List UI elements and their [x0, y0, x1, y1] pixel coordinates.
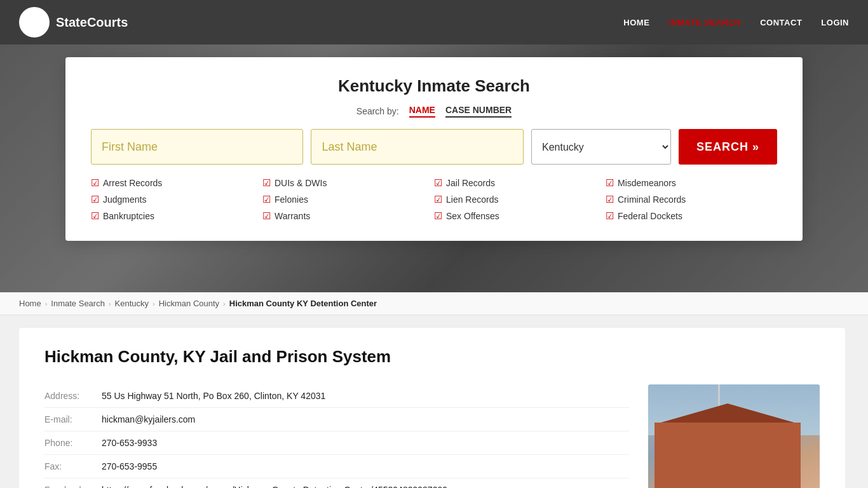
checklist-col-1: ☑ Arrest Records ☑ Judgments ☑ Bankruptc…: [91, 177, 262, 222]
check-lien-records: ☑ Lien Records: [434, 194, 606, 205]
nav-inmate-search[interactable]: INMATE SEARCH: [668, 18, 741, 27]
facility-photo: [648, 384, 820, 488]
hero-section: COURTHOUSE Kentucky Inmate Search Search…: [0, 44, 868, 292]
facility-title: Hickman County, KY Jail and Prison Syste…: [44, 347, 820, 367]
nav-login[interactable]: LOGIN: [821, 18, 849, 27]
checkmark-icon-6: ☑: [262, 210, 271, 222]
building-body: [654, 423, 801, 488]
breadcrumb-hickman-county[interactable]: Hickman County: [159, 299, 219, 308]
check-judgments: ☑ Judgments: [91, 194, 262, 205]
phone-value: 270-653-9933: [102, 438, 157, 448]
check-label: Felonies: [275, 194, 308, 205]
navbar: 🏛 StateCourts HOME INMATE SEARCH CONTACT…: [0, 0, 868, 44]
fax-row: Fax: 270-653-9955: [44, 455, 629, 478]
nav-contact[interactable]: CONTACT: [760, 18, 802, 27]
check-federal-dockets: ☑ Federal Dockets: [606, 210, 777, 222]
fax-label: Fax:: [44, 461, 102, 471]
check-jail-records: ☑ Jail Records: [434, 177, 606, 189]
checkmark-icon-12: ☑: [606, 210, 614, 222]
phone-row: Phone: 270-653-9933: [44, 431, 629, 455]
check-label: Lien Records: [446, 194, 499, 205]
checkmark-icon-1: ☑: [91, 177, 99, 189]
checklist-col-4: ☑ Misdemeanors ☑ Criminal Records ☑ Fede…: [606, 177, 777, 222]
facebook-row: Facebook: https://www.facebook.com/pages…: [44, 478, 629, 488]
site-logo[interactable]: 🏛 StateCourts: [19, 7, 128, 37]
facility-body: Address: 55 Us Highway 51 North, Po Box …: [44, 384, 820, 488]
search-inputs-row: Kentucky Alabama Alaska Arizona SEARCH »: [91, 129, 777, 165]
search-card: Kentucky Inmate Search Search by: NAME C…: [65, 57, 803, 241]
email-value[interactable]: hickman@kyjailers.com: [102, 414, 195, 424]
checkmark-icon-5: ☑: [262, 194, 271, 205]
email-label: E-mail:: [44, 414, 102, 424]
checkmark-icon-7: ☑: [434, 177, 442, 189]
logo-icon: 🏛: [19, 7, 50, 37]
check-criminal-records: ☑ Criminal Records: [606, 194, 777, 205]
check-warrants: ☑ Warrants: [262, 210, 434, 222]
checkmark-icon-11: ☑: [606, 194, 614, 205]
checklist-col-2: ☑ DUIs & DWIs ☑ Felonies ☑ Warrants: [262, 177, 434, 222]
phone-label: Phone:: [44, 438, 102, 448]
check-label: Warrants: [275, 211, 310, 221]
nav-home[interactable]: HOME: [623, 18, 649, 27]
checkmark-icon-9: ☑: [434, 210, 442, 222]
search-card-title: Kentucky Inmate Search: [91, 76, 777, 96]
check-label: Judgments: [103, 194, 146, 205]
breadcrumb-sep-4: ›: [223, 300, 226, 308]
check-label: DUIs & DWIs: [275, 178, 327, 188]
logo-text: StateCourts: [56, 15, 128, 30]
state-select[interactable]: Kentucky Alabama Alaska Arizona: [531, 129, 671, 165]
breadcrumb-sep-1: ›: [45, 300, 48, 308]
first-name-input[interactable]: [91, 129, 303, 165]
facebook-label: Facebook:: [44, 485, 102, 488]
breadcrumb: Home › Inmate Search › Kentucky › Hickma…: [0, 292, 868, 315]
check-label: Criminal Records: [618, 194, 686, 205]
nav-links: HOME INMATE SEARCH CONTACT LOGIN: [623, 18, 849, 27]
main-content: Hickman County, KY Jail and Prison Syste…: [0, 315, 868, 488]
checkmark-icon-10: ☑: [606, 177, 614, 189]
search-button[interactable]: SEARCH »: [679, 129, 777, 165]
breadcrumb-inmate-search[interactable]: Inmate Search: [51, 299, 105, 308]
content-card: Hickman County, KY Jail and Prison Syste…: [19, 328, 845, 488]
check-sex-offenses: ☑ Sex Offenses: [434, 210, 606, 222]
breadcrumb-sep-2: ›: [109, 300, 111, 308]
search-by-label: Search by:: [356, 106, 399, 116]
facility-info: Address: 55 Us Highway 51 North, Po Box …: [44, 384, 629, 488]
checklist-col-3: ☑ Jail Records ☑ Lien Records ☑ Sex Offe…: [434, 177, 606, 222]
check-label: Jail Records: [446, 178, 495, 188]
search-by-row: Search by: NAME CASE NUMBER: [91, 105, 777, 118]
check-bankruptcies: ☑ Bankruptcies: [91, 210, 262, 222]
check-label: Sex Offenses: [446, 211, 499, 221]
check-felonies: ☑ Felonies: [262, 194, 434, 205]
facebook-value[interactable]: https://www.facebook.com/pages/Hickman-C…: [102, 485, 447, 488]
address-row: Address: 55 Us Highway 51 North, Po Box …: [44, 384, 629, 408]
facility-image: [648, 384, 820, 488]
email-row: E-mail: hickman@kyjailers.com: [44, 408, 629, 431]
checkmark-icon-2: ☑: [91, 194, 99, 205]
check-arrest-records: ☑ Arrest Records: [91, 177, 262, 189]
check-label: Arrest Records: [103, 178, 162, 188]
breadcrumb-current: Hickman County KY Detention Center: [229, 299, 377, 308]
checklist-grid: ☑ Arrest Records ☑ Judgments ☑ Bankruptc…: [91, 177, 777, 222]
checkmark-icon-3: ☑: [91, 210, 99, 222]
address-label: Address:: [44, 391, 102, 401]
fax-value: 270-653-9955: [102, 461, 157, 471]
tab-name[interactable]: NAME: [409, 105, 435, 118]
check-label: Federal Dockets: [618, 211, 682, 221]
check-label: Misdemeanors: [618, 178, 676, 188]
tab-case-number[interactable]: CASE NUMBER: [445, 105, 512, 118]
breadcrumb-kentucky[interactable]: Kentucky: [115, 299, 149, 308]
checkmark-icon-8: ☑: [434, 194, 442, 205]
breadcrumb-home[interactable]: Home: [19, 299, 41, 308]
check-duis: ☑ DUIs & DWIs: [262, 177, 434, 189]
check-label: Bankruptcies: [103, 211, 154, 221]
address-value: 55 Us Highway 51 North, Po Box 260, Clin…: [102, 391, 325, 401]
checkmark-icon-4: ☑: [262, 177, 271, 189]
last-name-input[interactable]: [311, 129, 523, 165]
breadcrumb-sep-3: ›: [153, 300, 155, 308]
check-misdemeanors: ☑ Misdemeanors: [606, 177, 777, 189]
